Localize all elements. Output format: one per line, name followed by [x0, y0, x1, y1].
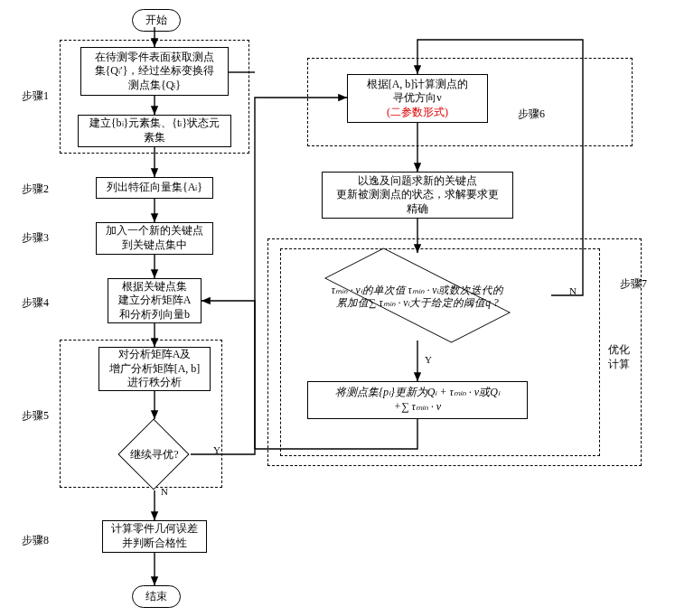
box-step2: 列出特征向量集{Aᵢ} [96, 177, 213, 199]
line: 对分析矩阵A及 [105, 348, 204, 362]
line: 根据关键点集 [114, 280, 195, 294]
line: (二参数形式) [353, 106, 482, 120]
line: 素集 [84, 131, 225, 145]
line: 增广分析矩阵[A, b] [105, 362, 204, 377]
yn-y-step5: Y [213, 444, 220, 455]
yn-n-step5: N [161, 486, 168, 497]
label-step3: 步骤3 [22, 230, 49, 246]
line: 在待测零件表面获取测点 [87, 51, 222, 65]
line: 进行秩分析 [105, 376, 204, 390]
diamond-text: τₘᵢₙ · νᵢ的单次值 τₘᵢₙ · νᵢ或数次迭代的 累加值∑ τₘᵢₙ … [304, 284, 531, 310]
line: 和分析列向量b [114, 308, 195, 322]
box-step6: 根据[A, b]计算测点的 寻优方向ν (二参数形式) [347, 74, 488, 123]
box-step8: 计算零件几何误差 并判断合格性 [102, 520, 207, 553]
label-step7-sub: 优化 计算 [605, 343, 633, 371]
box-step1a: 在待测零件表面获取测点 集{Qᵢ′}，经过坐标变换得 测点集{Qᵢ} [80, 47, 229, 96]
label-step6: 步骤6 [515, 107, 548, 122]
line: 计算零件几何误差 [108, 522, 201, 537]
line: 以逸及问题求新的关键点 [328, 174, 507, 189]
terminal-end: 结束 [132, 585, 181, 608]
diamond-text: 继续寻优? [117, 448, 192, 461]
box-step4: 根据关键点集 建立分析矩阵A 和分析列向量b [108, 278, 202, 323]
label-step8: 步骤8 [22, 533, 49, 548]
line: +∑ τₘᵢₙ · ν [314, 400, 521, 415]
label-step4: 步骤4 [22, 295, 49, 311]
line: 建立{bᵢ}元素集、{tᵢ}状态元 [84, 117, 225, 131]
line: 测点集{Qᵢ} [87, 79, 222, 93]
line: 更新被测测点的状态，求解要求更 [328, 188, 507, 202]
box-between: 以逸及问题求新的关键点 更新被测测点的状态，求解要求更 精确 [322, 172, 513, 219]
label-step1: 步骤1 [22, 89, 49, 104]
line: 到关键点集中 [102, 238, 207, 253]
line: 优化 [605, 343, 633, 358]
line: 集{Qᵢ′}，经过坐标变换得 [87, 64, 222, 79]
box-step5: 对分析矩阵A及 增广分析矩阵[A, b] 进行秩分析 [98, 347, 211, 391]
label-step2: 步骤2 [22, 182, 49, 197]
terminal-start: 开始 [132, 9, 181, 32]
label-step5: 步骤5 [22, 408, 49, 424]
text: 结束 [145, 590, 167, 602]
line: 寻优方向ν [353, 91, 482, 106]
line: 建立分析矩阵A [114, 294, 195, 308]
line: 计算 [605, 358, 633, 372]
box-step7-update: 将测点集{pᵢ}更新为Qᵢ + τₘᵢₙ · ν或Qᵢ +∑ τₘᵢₙ · ν [307, 381, 528, 419]
box-step1b: 建立{bᵢ}元素集、{tᵢ}状态元 素集 [78, 115, 231, 147]
line: 根据[A, b]计算测点的 [353, 78, 482, 92]
line: 精确 [328, 202, 507, 217]
line: 累加值∑ τₘᵢₙ · νᵢ大于给定的阈值q ? [304, 296, 531, 309]
line: 加入一个新的关键点 [102, 224, 207, 238]
line: 将测点集{pᵢ}更新为Qᵢ + τₘᵢₙ · ν或Qᵢ [314, 386, 521, 400]
label-step7: 步骤7 [620, 276, 647, 292]
box-step3: 加入一个新的关键点 到关键点集中 [96, 222, 213, 255]
yn-y-step7: Y [425, 354, 432, 365]
line: τₘᵢₙ · νᵢ的单次值 τₘᵢₙ · νᵢ或数次迭代的 [304, 284, 531, 296]
text: 开始 [145, 14, 167, 26]
yn-n-step7: N [569, 285, 577, 296]
line: 列出特征向量集{Aᵢ} [102, 181, 207, 195]
line: 并判断合格性 [108, 537, 201, 551]
